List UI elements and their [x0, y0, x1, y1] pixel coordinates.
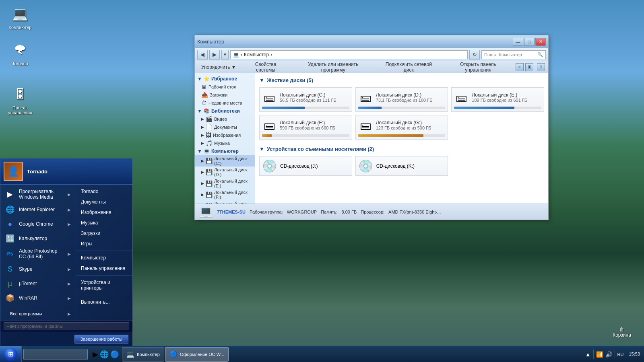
- drive-item-d[interactable]: 🖴 Локальный диск (D:) 73,1 ГБ свободно и…: [355, 87, 448, 112]
- maximize-button[interactable]: □: [524, 38, 535, 46]
- hard-drives-header[interactable]: ▼ Жесткие диски (5): [259, 77, 544, 83]
- start-search-input[interactable]: [4, 322, 129, 330]
- drive-e-free: 189 ГБ свободно из 601 ГБ: [472, 98, 541, 103]
- sidebar-item-local-e[interactable]: ▶ 💾 Локальный диск (E:): [195, 178, 255, 189]
- cd-drive-k[interactable]: 💿 CD-дисковод (K:): [355, 156, 448, 176]
- right-menu-run[interactable]: Выполнить...: [76, 297, 132, 307]
- right-menu-docs[interactable]: Документы: [76, 197, 132, 207]
- media-player-label: Проигрыватель Windows Media: [19, 189, 64, 200]
- menu-item-skype[interactable]: S Skype ▶: [0, 262, 76, 276]
- view-list-button[interactable]: ≡: [516, 63, 524, 71]
- map-drive-button[interactable]: Подключить сетевой диск: [377, 61, 441, 74]
- open-panel-button[interactable]: Открыть панель управления: [443, 61, 513, 74]
- taskbar-computer-icon: 💻: [126, 350, 134, 358]
- removable-title: Устройства со съемными носителями (2): [267, 146, 374, 152]
- desktop-icon-tornado[interactable]: 🌪 Tornado: [4, 40, 36, 66]
- start-button[interactable]: ⊞: [0, 346, 22, 362]
- menu-item-all-programs[interactable]: Все программы ▶: [0, 309, 76, 319]
- right-menu-computer[interactable]: Компьютер: [76, 253, 132, 263]
- sidebar-item-recent[interactable]: ⏱ Недавние места: [195, 99, 255, 107]
- toolbar-divider: [535, 63, 535, 71]
- computer-name-link[interactable]: 7THEMES-SU: [217, 210, 246, 214]
- sidebar-item-local-g[interactable]: ▶ 💾 Локальный диск (G:): [195, 200, 255, 204]
- winrar-arrow: ▶: [68, 296, 71, 300]
- tray-network-icon[interactable]: 📶: [596, 351, 603, 358]
- sidebar-favorites-header[interactable]: ▼ ⭐ Избранное: [195, 75, 255, 83]
- all-programs-label: Все программы: [10, 311, 42, 316]
- refresh-button[interactable]: ↻: [469, 50, 480, 60]
- sidebar-item-local-f[interactable]: ▶ 💾 Локальный диск (F:): [195, 189, 255, 200]
- desktop-icon-computer[interactable]: 💻 Компьютер: [4, 4, 36, 30]
- drive-item-e[interactable]: 🖴 Локальный диск (E:) 189 ГБ свободно из…: [451, 87, 544, 112]
- tray-arrow-up[interactable]: ▲: [585, 351, 591, 358]
- sidebar-libraries-header[interactable]: ▼ 📚 Библиотеки: [195, 107, 255, 115]
- sidebar-item-images[interactable]: ▶ 🖼 Изображения: [195, 131, 255, 139]
- quick-launch-ie[interactable]: 🌐: [100, 350, 109, 359]
- help-button[interactable]: ?: [537, 63, 545, 71]
- drives-grid: 🖴 Локальный диск (C:) 56,5 ГБ свободно и…: [259, 87, 544, 140]
- drive-item-g[interactable]: 🖴 Локальный диск (G:) 123 ГБ свободно из…: [355, 115, 448, 140]
- desktop-icon-control-panel[interactable]: 🎛 Панель управления: [4, 84, 36, 115]
- sidebar-computer-header[interactable]: ▼ 💻 Компьютер: [195, 147, 255, 155]
- drive-top-f: 🖴 Локальный диск (F:) 590 ГБ свободно из…: [262, 118, 349, 132]
- tray-language[interactable]: RU: [617, 352, 624, 357]
- taskbar-search-input[interactable]: [23, 349, 88, 360]
- sidebar-item-local-c[interactable]: ▶ 💾 Локальный диск (C:): [195, 155, 255, 167]
- sidebar-item-local-d[interactable]: ▶ 💾 Локальный диск (D:): [195, 167, 255, 178]
- video-sidebar-icon: 🎬: [206, 116, 213, 122]
- right-menu-images[interactable]: Изображения: [76, 207, 132, 218]
- photoshop-arrow: ▶: [68, 252, 71, 256]
- tray-volume-icon[interactable]: 🔊: [605, 351, 612, 358]
- right-menu-downloads[interactable]: Загрузки: [76, 228, 132, 239]
- map-drive-label: Подключить сетевой диск: [380, 62, 438, 73]
- images-sidebar-label: Изображения: [213, 133, 241, 138]
- workgroup-label: Рабочая группа:: [250, 210, 283, 214]
- organize-button[interactable]: Упорядочить ▼: [198, 64, 239, 71]
- sidebar-item-music[interactable]: ▶ 🎵 Музыка: [195, 139, 255, 147]
- taskbar-item-computer[interactable]: 💻 Компьютер: [122, 347, 164, 362]
- uninstall-button[interactable]: Удалить или изменить программу: [292, 61, 374, 74]
- removable-header[interactable]: ▼ Устройства со съемными носителями (2): [259, 146, 544, 152]
- sidebar-item-video[interactable]: ▶ 🎬 Видео: [195, 115, 255, 123]
- sidebar-item-docs[interactable]: ▶ 📄 Документы: [195, 123, 255, 131]
- sidebar-item-desktop[interactable]: 🖥 Рабочий стол: [195, 83, 255, 91]
- drive-item-f[interactable]: 🖴 Локальный диск (F:) 590 ГБ свободно из…: [259, 115, 352, 140]
- drive-d-icon: 💾: [206, 169, 213, 175]
- search-bar[interactable]: Поиск: Компьютер 🔍: [481, 50, 546, 59]
- drive-item-c[interactable]: 🖴 Локальный диск (C:) 56,5 ГБ свободно и…: [259, 87, 352, 112]
- close-button[interactable]: ✕: [535, 38, 546, 46]
- menu-item-calculator[interactable]: 🔢 Калькулятор: [0, 231, 76, 246]
- address-separator: ›: [270, 52, 272, 58]
- cd-k-name: CD-дисковод (K:): [376, 163, 415, 169]
- menu-item-ie[interactable]: 🌐 Internet Explorer ▶: [0, 202, 76, 217]
- menu-item-photoshop[interactable]: Ps Adobe Photoshop CC (64 Bit) ▶: [0, 246, 76, 262]
- explorer-body: ▼ ⭐ Избранное 🖥 Рабочий стол 📥 Загрузки …: [195, 73, 548, 204]
- taskbar-clock[interactable]: 15:53: [629, 351, 640, 357]
- right-menu-devices[interactable]: Устройства и принтеры: [76, 277, 132, 293]
- dropdown-button[interactable]: ▼: [221, 50, 229, 60]
- minimize-button[interactable]: —: [513, 38, 523, 46]
- menu-item-media-player[interactable]: ▶ Проигрыватель Windows Media ▶: [0, 186, 76, 202]
- quick-launch-media[interactable]: ▶: [93, 350, 98, 359]
- drive-g-name: Локальный диск (G:): [376, 120, 446, 125]
- right-menu-tornado[interactable]: Tornado: [76, 186, 132, 197]
- taskbar-item-chrome[interactable]: 🔵 Оформление ОС W...: [165, 347, 229, 362]
- shutdown-button[interactable]: Завершение работы: [74, 335, 128, 343]
- address-bar[interactable]: 💻 › Компьютер ›: [230, 50, 468, 59]
- forward-button[interactable]: ▶: [209, 50, 220, 60]
- system-props-button[interactable]: Свойства системы: [242, 61, 289, 74]
- desktop-icon-recycle-bin[interactable]: 🗑 Корзина: [608, 327, 636, 338]
- tray-separator-1: [593, 350, 594, 359]
- right-menu-control-panel[interactable]: Панель управления: [76, 263, 132, 274]
- right-menu-games[interactable]: Игры: [76, 239, 132, 249]
- menu-item-winrar[interactable]: 📦 WinRAR ▶: [0, 291, 76, 305]
- sidebar-item-downloads[interactable]: 📥 Загрузки: [195, 91, 255, 99]
- right-menu-music[interactable]: Музыка: [76, 218, 132, 228]
- view-tile-button[interactable]: ⊞: [525, 63, 533, 71]
- quick-launch-chrome[interactable]: 🔵: [110, 350, 119, 359]
- shutdown-label: Завершение работы: [80, 337, 122, 341]
- menu-item-chrome[interactable]: ● Google Chrome ▶: [0, 217, 76, 231]
- menu-item-utorrent[interactable]: µ µTorrent ▶: [0, 276, 76, 291]
- cd-drive-j[interactable]: 💿 CD-дисковод (J:): [259, 156, 352, 176]
- back-button[interactable]: ◀: [197, 50, 208, 60]
